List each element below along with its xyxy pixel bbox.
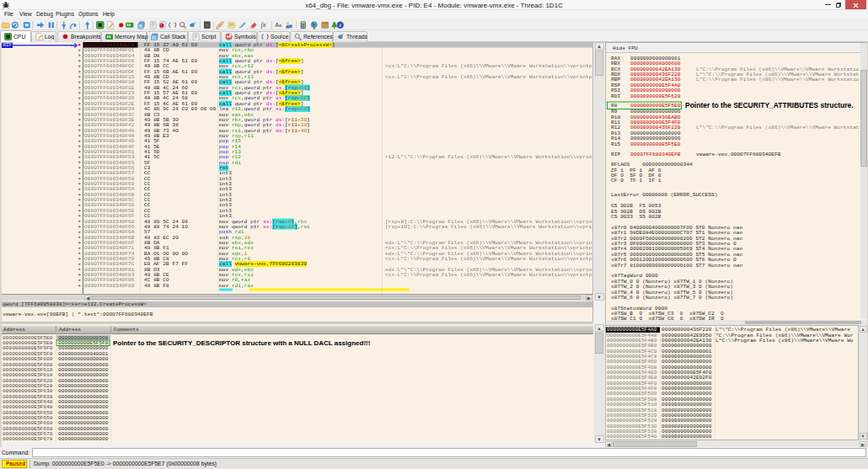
svg-text:a: a (279, 24, 281, 28)
svg-text:S: S (206, 23, 209, 28)
svg-text:i: i (340, 22, 341, 28)
svg-text:fx: fx (261, 21, 266, 29)
